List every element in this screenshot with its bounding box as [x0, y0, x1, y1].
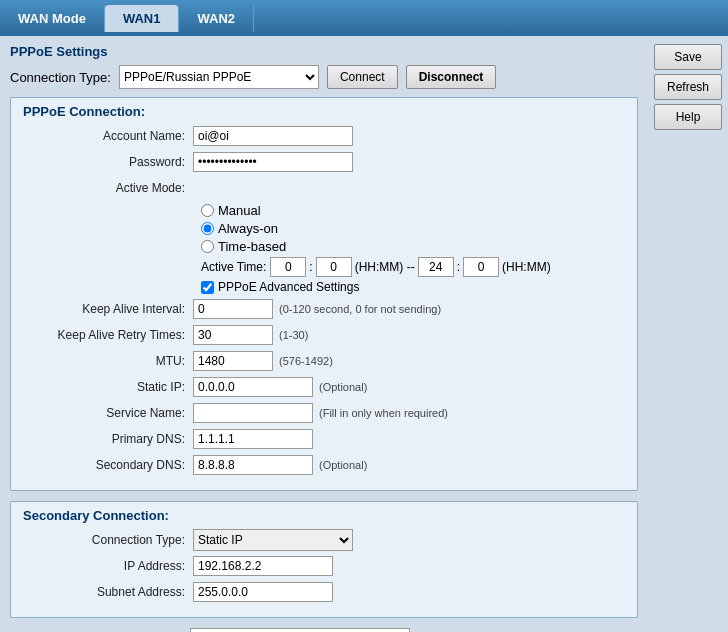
- primary-dns-input[interactable]: [193, 429, 313, 449]
- service-name-input[interactable]: [193, 403, 313, 423]
- radio-manual-label: Manual: [218, 203, 261, 218]
- service-name-row: Service Name: (Fill in only when require…: [23, 402, 625, 424]
- secondary-dns-label: Secondary DNS:: [23, 458, 193, 472]
- secondary-subnet-label: Subnet Address:: [23, 585, 193, 599]
- radio-always-on[interactable]: [201, 222, 214, 235]
- connection-type-row: Connection Type: PPPoE/Russian PPPoE Dyn…: [10, 65, 638, 89]
- upstream-bandwidth-row: Upstream Bandwidth: Kbps: [10, 628, 638, 632]
- tab-wan1[interactable]: WAN1: [105, 5, 180, 32]
- keep-alive-interval-note: (0-120 second, 0 for not sending): [279, 303, 441, 315]
- advanced-settings-label: PPPoE Advanced Settings: [218, 280, 359, 294]
- radio-always-on-row: Always-on: [201, 221, 625, 236]
- static-ip-input[interactable]: [193, 377, 313, 397]
- radio-group: Manual Always-on Time-based: [201, 203, 625, 254]
- advanced-settings-row: PPPoE Advanced Settings: [201, 280, 625, 294]
- pppoe-section-title: PPPoE Connection:: [23, 104, 625, 119]
- secondary-section-title: Secondary Connection:: [23, 508, 625, 523]
- keep-alive-retry-note: (1-30): [279, 329, 308, 341]
- keep-alive-interval-label: Keep Alive Interval:: [23, 302, 193, 316]
- password-row: Password:: [23, 151, 625, 173]
- disconnect-button[interactable]: Disconnect: [406, 65, 497, 89]
- service-name-label: Service Name:: [23, 406, 193, 420]
- active-mode-label: Active Mode:: [23, 181, 193, 195]
- active-time-end-min[interactable]: [463, 257, 499, 277]
- mtu-row: MTU: (576-1492): [23, 350, 625, 372]
- active-time-start-min[interactable]: [316, 257, 352, 277]
- mtu-input[interactable]: [193, 351, 273, 371]
- static-ip-label: Static IP:: [23, 380, 193, 394]
- tab-wan-mode[interactable]: WAN Mode: [0, 5, 105, 32]
- time-hhmm-end-label: (HH:MM): [502, 260, 551, 274]
- keep-alive-interval-row: Keep Alive Interval: (0-120 second, 0 fo…: [23, 298, 625, 320]
- secondary-conn-type-row: Connection Type: Static IP Dynamic IP Di…: [23, 529, 625, 551]
- service-name-note: (Fill in only when required): [319, 407, 448, 419]
- upstream-bandwidth-input[interactable]: [190, 628, 410, 632]
- secondary-subnet-input[interactable]: [193, 582, 333, 602]
- secondary-ip-row: IP Address:: [23, 555, 625, 577]
- secondary-dns-row: Secondary DNS: (Optional): [23, 454, 625, 476]
- active-mode-row: Active Mode:: [23, 177, 625, 199]
- radio-time-based-label: Time-based: [218, 239, 286, 254]
- content-panel: PPPoE Settings Connection Type: PPPoE/Ru…: [0, 36, 648, 632]
- primary-dns-row: Primary DNS:: [23, 428, 625, 450]
- primary-dns-label: Primary DNS:: [23, 432, 193, 446]
- time-colon-1: :: [309, 260, 312, 274]
- account-name-input[interactable]: [193, 126, 353, 146]
- radio-manual-row: Manual: [201, 203, 625, 218]
- active-time-label: Active Time:: [201, 260, 266, 274]
- connect-button[interactable]: Connect: [327, 65, 398, 89]
- radio-manual[interactable]: [201, 204, 214, 217]
- secondary-section: Secondary Connection: Connection Type: S…: [10, 501, 638, 618]
- static-ip-note: (Optional): [319, 381, 367, 393]
- secondary-conn-type-select[interactable]: Static IP Dynamic IP Disabled: [193, 529, 353, 551]
- mtu-label: MTU:: [23, 354, 193, 368]
- tab-wan2[interactable]: WAN2: [179, 5, 254, 32]
- active-time-row: Active Time: : (HH:MM) -- : (HH:MM): [201, 257, 625, 277]
- keep-alive-interval-input[interactable]: [193, 299, 273, 319]
- static-ip-row: Static IP: (Optional): [23, 376, 625, 398]
- save-button[interactable]: Save: [654, 44, 722, 70]
- mtu-note: (576-1492): [279, 355, 333, 367]
- keep-alive-retry-row: Keep Alive Retry Times: (1-30): [23, 324, 625, 346]
- active-time-start-hour[interactable]: [270, 257, 306, 277]
- page-title: PPPoE Settings: [10, 44, 638, 59]
- top-navigation: WAN Mode WAN1 WAN2: [0, 0, 728, 36]
- secondary-conn-type-label: Connection Type:: [23, 533, 193, 547]
- time-hhmm-label: (HH:MM) --: [355, 260, 415, 274]
- radio-always-on-label: Always-on: [218, 221, 278, 236]
- main-area: PPPoE Settings Connection Type: PPPoE/Ru…: [0, 36, 728, 632]
- account-name-row: Account Name:: [23, 125, 625, 147]
- secondary-subnet-row: Subnet Address:: [23, 581, 625, 603]
- radio-time-based[interactable]: [201, 240, 214, 253]
- secondary-dns-note: (Optional): [319, 459, 367, 471]
- advanced-settings-checkbox[interactable]: [201, 281, 214, 294]
- sidebar-buttons: Save Refresh Help: [648, 36, 728, 632]
- secondary-ip-input[interactable]: [193, 556, 333, 576]
- password-label: Password:: [23, 155, 193, 169]
- connection-type-label: Connection Type:: [10, 70, 111, 85]
- secondary-ip-label: IP Address:: [23, 559, 193, 573]
- radio-time-based-row: Time-based: [201, 239, 625, 254]
- connection-type-select[interactable]: PPPoE/Russian PPPoE Dynamic IP Static IP…: [119, 65, 319, 89]
- keep-alive-retry-label: Keep Alive Retry Times:: [23, 328, 193, 342]
- time-colon-2: :: [457, 260, 460, 274]
- keep-alive-retry-input[interactable]: [193, 325, 273, 345]
- secondary-dns-input[interactable]: [193, 455, 313, 475]
- pppoe-section: PPPoE Connection: Account Name: Password…: [10, 97, 638, 491]
- help-button[interactable]: Help: [654, 104, 722, 130]
- refresh-button[interactable]: Refresh: [654, 74, 722, 100]
- account-name-label: Account Name:: [23, 129, 193, 143]
- password-input[interactable]: [193, 152, 353, 172]
- active-time-end-hour[interactable]: [418, 257, 454, 277]
